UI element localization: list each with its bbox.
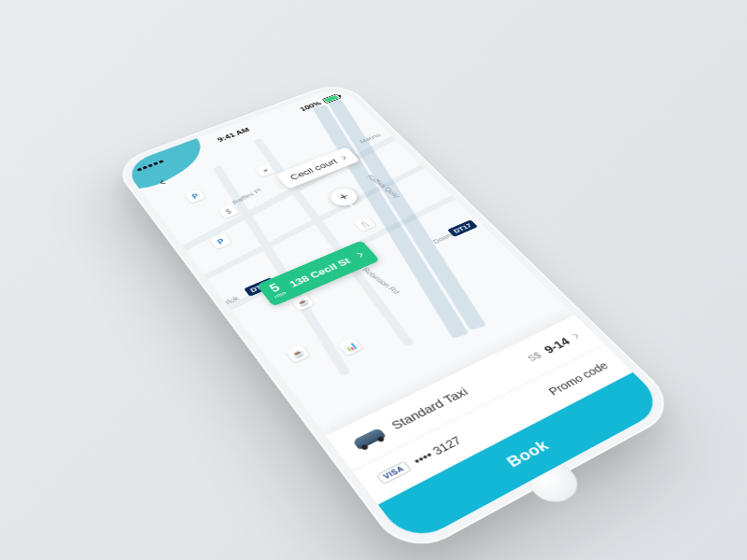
metro-badge-dt17: DT17 (447, 219, 478, 237)
booking-panel: Standard Taxi S$ 9-14 VISA •••• 3127 Pro… (326, 315, 668, 547)
map-center-pin[interactable]: + (326, 186, 361, 209)
parking-icon: P (185, 189, 206, 203)
eta-value: 5 (268, 282, 283, 294)
fare-estimate: S$ 9-14 (524, 330, 582, 364)
poi-cafe-icon: ☕ (286, 344, 310, 363)
destination-label: Cecil court (288, 157, 339, 181)
phone-frame: 9:41 AM 100% (111, 79, 684, 560)
eta-unit: min (274, 290, 288, 300)
fare-range: 9-14 (541, 335, 572, 356)
poi-restaurant-icon: 🍴 (354, 217, 376, 231)
book-button[interactable]: Book (378, 372, 668, 546)
road-label-telok: elok (222, 295, 241, 307)
road-label-robinson: Robinson Rd (360, 266, 401, 295)
vehicle-name: Standard Taxi (388, 385, 471, 431)
card-mask: •••• 3127 (411, 434, 464, 468)
metro-badge-dt18: DT18 (244, 277, 276, 297)
map[interactable]: Raffles Pl Raffles Quay Robinson Rd Mari… (122, 86, 575, 436)
payment-row[interactable]: VISA •••• 3127 Promo code (353, 344, 633, 505)
fare-currency: S$ (526, 350, 543, 363)
chevron-right-icon (571, 334, 578, 340)
pickup-address: 138 Cecil St (287, 256, 352, 289)
promo-code-link[interactable]: Promo code (546, 359, 612, 398)
poi-chart-icon: 📊 (338, 338, 362, 356)
chevron-right-icon (356, 253, 362, 258)
card-brand-badge: VISA (376, 461, 412, 485)
poi-cafe-icon: ☕ (291, 294, 315, 311)
chevron-left-icon (161, 180, 167, 184)
destination-callout[interactable]: Cecil court (275, 147, 360, 189)
pickup-eta: 5 min (266, 282, 288, 300)
vehicle-row[interactable]: Standard Taxi S$ 9-14 (326, 315, 604, 471)
battery-icon (321, 93, 341, 104)
screen: 9:41 AM 100% (122, 86, 669, 546)
chevron-right-icon (340, 156, 346, 160)
taxi-icon (348, 424, 389, 453)
